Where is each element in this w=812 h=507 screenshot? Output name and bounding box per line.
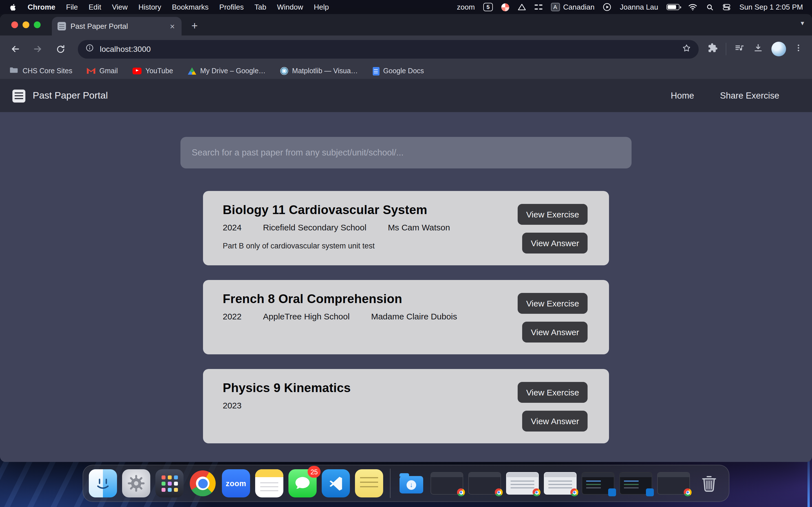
control-center-icon[interactable]	[723, 3, 731, 11]
chrome-mini-icon	[684, 489, 692, 496]
dock-window-thumbnail[interactable]	[506, 472, 539, 495]
battery-icon[interactable]	[667, 4, 680, 10]
input-source-label: Canadian	[563, 3, 594, 11]
media-controls-icon[interactable]	[734, 43, 745, 55]
dock-system-settings-icon[interactable]	[122, 469, 150, 497]
downloads-icon[interactable]	[753, 43, 763, 55]
menu-tab[interactable]: Tab	[255, 3, 266, 11]
view-answer-button[interactable]: View Answer	[522, 233, 588, 253]
view-exercise-button[interactable]: View Exercise	[518, 293, 588, 314]
bookmark-star-icon[interactable]	[682, 43, 691, 55]
bookmark-label: CHS Core Sites	[22, 67, 72, 75]
dock-launchpad-icon[interactable]	[155, 469, 184, 497]
menu-bar-status: zoom 5 A Canadian Joanna Lau	[457, 3, 803, 11]
tab-search-icon[interactable]: ▾	[801, 19, 804, 27]
profile-avatar[interactable]	[771, 42, 786, 56]
bookmark-youtube[interactable]: YouTube	[133, 67, 173, 75]
paper-meta: 2024 Ricefield Secondary School Ms Cam W…	[223, 223, 450, 232]
new-tab-button[interactable]: +	[186, 17, 203, 34]
wifi-icon[interactable]	[688, 3, 698, 11]
extensions-icon[interactable]	[708, 43, 718, 55]
bookmark-google-docs[interactable]: Google Docs	[372, 67, 424, 75]
dock-stickies-icon[interactable]	[355, 469, 383, 497]
apple-menu-icon[interactable]	[9, 3, 17, 11]
menu-bookmarks[interactable]: Bookmarks	[172, 3, 209, 11]
view-answer-button[interactable]: View Answer	[522, 411, 588, 432]
past-paper-card: Physics 9 Kinematics 2023 View Exercise …	[203, 369, 609, 443]
dock-trash-icon[interactable]	[695, 469, 723, 497]
back-button[interactable]	[7, 41, 24, 57]
paper-meta: 2022 AppleTree High School Madame Claire…	[223, 312, 457, 321]
tab-close-icon[interactable]: ×	[168, 22, 176, 31]
dock-divider	[390, 469, 391, 498]
site-brand[interactable]: Past Paper Portal	[12, 89, 108, 102]
paper-teacher: Madame Claire Dubois	[371, 312, 457, 321]
dock-vscode-icon[interactable]	[322, 469, 350, 497]
menu-file[interactable]: File	[66, 3, 78, 11]
bookmark-matplotlib[interactable]: Matplotlib — Visua…	[280, 67, 358, 75]
downloads-folder: ↓	[400, 476, 423, 494]
view-exercise-button[interactable]: View Exercise	[518, 204, 588, 225]
nav-share-exercise[interactable]: Share Exercise	[720, 91, 779, 101]
vscode-mini-icon	[608, 489, 616, 496]
dock-window-thumbnail[interactable]	[619, 472, 652, 495]
dock-downloads-icon[interactable]: ↓	[397, 469, 425, 497]
chrome-logo	[190, 470, 216, 496]
paper-title: Biology 11 Cardiovascular System	[223, 203, 450, 217]
view-exercise-button[interactable]: View Exercise	[518, 382, 588, 403]
menu-edit[interactable]: Edit	[89, 3, 101, 11]
five-badge-icon[interactable]: 5	[483, 3, 493, 11]
nav-home[interactable]: Home	[671, 91, 694, 101]
paper-teacher: Ms Cam Watson	[388, 223, 450, 232]
download-arrow-icon: ↓	[407, 480, 416, 490]
dock-window-thumbnail[interactable]	[468, 472, 501, 495]
dock-finder-icon[interactable]	[89, 469, 117, 497]
dock-messages-icon[interactable]: 25	[289, 469, 317, 497]
macos-menu-bar: Chrome File Edit View History Bookmarks …	[0, 0, 812, 14]
dock-window-thumbnail[interactable]	[581, 472, 614, 495]
bookmark-my-drive[interactable]: My Drive – Google…	[188, 67, 266, 75]
minimize-window-button[interactable]	[22, 21, 29, 28]
menu-clock[interactable]: Sun Sep 1 2:05 PM	[740, 3, 803, 11]
dock-chrome-icon[interactable]	[189, 469, 217, 497]
forward-button[interactable]	[29, 41, 46, 57]
reload-button[interactable]	[52, 41, 69, 57]
bookmark-label: My Drive – Google…	[200, 67, 266, 75]
dock-window-thumbnail[interactable]	[430, 472, 463, 495]
user-menu[interactable]: Joanna Lau	[620, 3, 658, 11]
zoom-status-item[interactable]: zoom	[457, 3, 475, 11]
dock-notes-icon[interactable]	[255, 469, 283, 497]
browser-window: Past Paper Portal × + ▾ localhost:3000	[0, 14, 812, 462]
triangle-status-icon[interactable]	[518, 3, 526, 11]
view-answer-button[interactable]: View Answer	[522, 322, 588, 342]
grid-status-icon[interactable]	[535, 3, 542, 11]
menu-view[interactable]: View	[112, 3, 128, 11]
input-source-key-icon: A	[551, 3, 560, 11]
camera-status-icon[interactable]	[501, 3, 509, 11]
menu-history[interactable]: History	[139, 3, 161, 11]
spotlight-search-icon[interactable]	[706, 3, 714, 11]
menu-help[interactable]: Help	[314, 3, 329, 11]
dock: zoom 25 ↓	[83, 465, 729, 502]
bookmark-chs-core-sites[interactable]: CHS Core Sites	[9, 66, 72, 76]
play-status-icon[interactable]	[603, 3, 612, 11]
site-info-icon[interactable]	[85, 43, 94, 55]
bookmark-gmail[interactable]: Gmail	[87, 67, 117, 75]
browser-menu-icon[interactable]	[794, 43, 803, 55]
search-input[interactable]	[181, 137, 631, 168]
menu-profiles[interactable]: Profiles	[219, 3, 244, 11]
input-source-menu[interactable]: A Canadian	[551, 3, 594, 11]
dock-zoom-icon[interactable]: zoom	[222, 469, 250, 497]
close-window-button[interactable]	[11, 21, 18, 28]
zoom-window-button[interactable]	[34, 21, 41, 28]
menu-window[interactable]: Window	[277, 3, 303, 11]
site-title: Past Paper Portal	[33, 90, 108, 101]
window-controls	[11, 21, 41, 28]
dock-window-thumbnail[interactable]	[544, 472, 576, 495]
bookmark-label: Matplotlib — Visua…	[292, 67, 358, 75]
dock-window-thumbnail[interactable]	[657, 472, 690, 495]
tab-strip: Past Paper Portal × + ▾	[0, 14, 812, 36]
address-bar[interactable]: localhost:3000	[78, 40, 699, 58]
menu-chrome[interactable]: Chrome	[28, 3, 55, 11]
browser-tab[interactable]: Past Paper Portal ×	[52, 17, 182, 36]
